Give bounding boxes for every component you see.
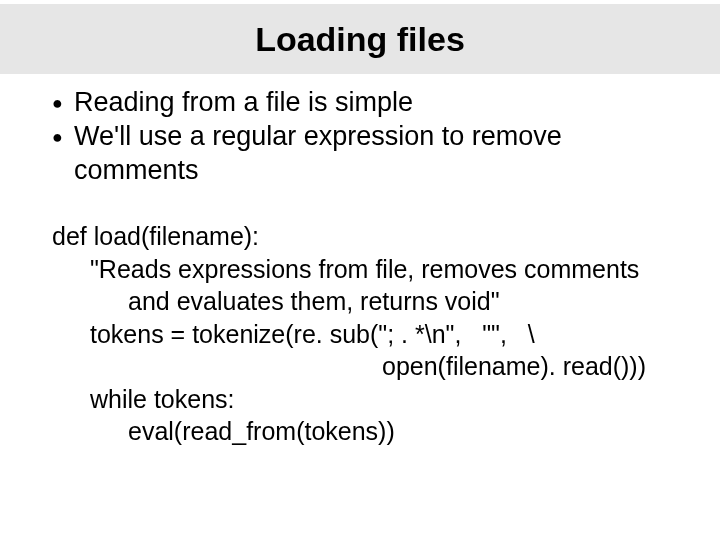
bullet-text: comments: [74, 154, 672, 188]
bullet-item: ● Reading from a file is simple: [52, 86, 672, 120]
bullet-item: ● We'll use a regular expression to remo…: [52, 120, 672, 154]
slide: Loading files ● Reading from a file is s…: [0, 0, 720, 540]
bullet-icon: ●: [52, 120, 74, 154]
bullet-text: Reading from a file is simple: [74, 86, 672, 120]
code-line: def load(filename):: [52, 220, 692, 253]
code-line: open(filename). read())): [52, 350, 692, 383]
bullet-list: ● Reading from a file is simple ● We'll …: [52, 86, 672, 188]
code-line: eval(read_from(tokens)): [52, 415, 692, 448]
bullet-icon: ●: [52, 86, 74, 120]
code-line: and evaluates them, returns void": [52, 285, 692, 318]
slide-title: Loading files: [255, 20, 465, 59]
code-block: def load(filename): "Reads expressions f…: [52, 220, 692, 448]
code-line: while tokens:: [52, 383, 692, 416]
bullet-text: We'll use a regular expression to remove: [74, 120, 672, 154]
title-band: Loading files: [0, 4, 720, 74]
bullet-item: ● comments: [52, 154, 672, 188]
code-line: "Reads expressions from file, removes co…: [52, 253, 692, 286]
code-line: tokens = tokenize(re. sub("; . *\n", "",…: [52, 318, 692, 351]
